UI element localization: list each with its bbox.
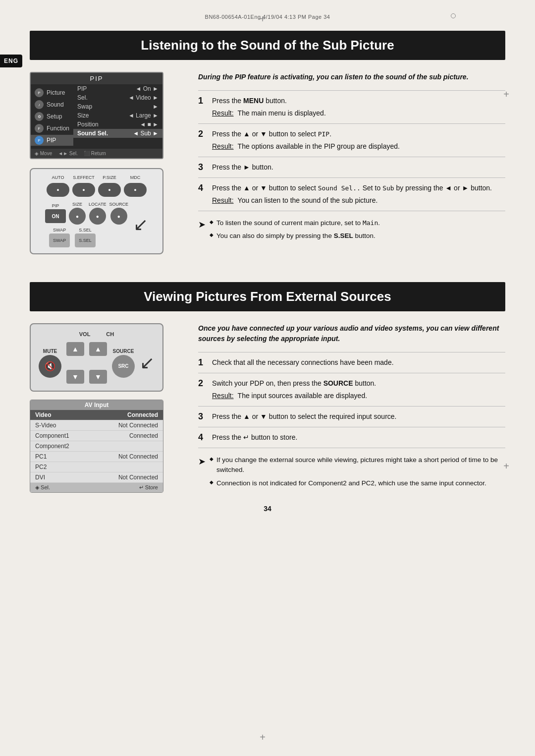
section1-notes-list: To listen the sound of current main pict… <box>210 218 380 244</box>
av-row-video: Video Connected <box>30 410 163 420</box>
step-4-row: 4 Press the ▲ or ▼ button to select Soun… <box>198 178 505 211</box>
psize-btn[interactable]: ● <box>98 183 121 197</box>
pip-icon-picture-label: Picture <box>47 89 65 96</box>
av-row-dvi: DVI Not Connected <box>30 472 163 483</box>
av-row-svideo: S-Video Not Connected <box>30 420 163 431</box>
s2-step-1-num: 1 <box>198 352 212 373</box>
av-dvi-value: Not Connected <box>118 474 158 481</box>
mute-label: MUTE <box>43 349 57 354</box>
ch-spacer <box>89 358 107 368</box>
label-psize: P.SIZE <box>98 175 121 180</box>
remote-mid-left: PIP ON SIZE ● LOCATE ● <box>45 202 128 247</box>
source-btn-r2[interactable]: SRC <box>112 355 135 378</box>
av-pc1-label: PC1 <box>35 453 47 460</box>
step-4-result-text: You can listen to the sound of the sub p… <box>238 195 378 206</box>
pip-menu-items: PIP◄ On ► Sel.◄ Video ► Swap► Size◄ Larg… <box>73 84 162 149</box>
page-container: BN68-00654A-01Eng 4/19/04 4:13 PM Page 3… <box>0 0 535 756</box>
step-1-num: 1 <box>198 91 212 124</box>
s2-note-1-item: If you change the external source while … <box>210 455 505 475</box>
remote2-top-labels: VOL CH <box>40 331 154 337</box>
locate-btn[interactable]: ● <box>89 208 106 225</box>
reg-mark-right <box>501 89 511 99</box>
av-comp1-label: Component1 <box>35 432 69 439</box>
ssel-group: S.SEL S.SEL <box>75 228 96 247</box>
ssel-btn[interactable]: S.SEL <box>75 233 96 247</box>
seffect-btn[interactable]: ● <box>72 183 95 197</box>
section1-title: Listening to the Sound of the Sub Pictur… <box>30 31 505 60</box>
av-comp1-value: Connected <box>129 432 158 439</box>
step-3-row: 3 Press the ► button. <box>198 157 505 178</box>
source-btn-r1[interactable]: ● <box>110 208 127 225</box>
s2-step-2-result-text: The input sources available are displaye… <box>238 391 368 401</box>
mute-btn[interactable]: 🔇 <box>39 355 61 378</box>
step-2-result-text: The options available in the PIP group a… <box>238 141 400 152</box>
vol-up-btn[interactable]: ▲ <box>66 342 84 356</box>
step-2-content: Press the ▲ or ▼ button to select PIP. R… <box>212 124 505 157</box>
av-svideo-value: Not Connected <box>118 422 158 429</box>
pip-item-size: Size◄ Large ► <box>73 111 162 120</box>
size-btn[interactable]: ● <box>69 208 86 225</box>
remote2-main-row: MUTE 🔇 ▲ ▼ ▲ ▼ <box>40 342 154 384</box>
av-footer-sel: ◈ Sel. <box>35 484 50 491</box>
step-1-row: 1 Press the MENU button. Result: The mai… <box>198 91 505 124</box>
section2-notes-list: If you change the external source while … <box>210 455 505 491</box>
step-2-result-label: Result: <box>212 141 234 152</box>
s2-step-3-content: Press the ▲ or ▼ button to select the re… <box>212 407 505 427</box>
ssel-label: S.SEL <box>79 228 92 233</box>
remote-top-btns-row: ● ● ● ● <box>37 183 157 197</box>
s2-step-1-row: 1 Check that all the necessary connectio… <box>198 352 505 373</box>
vol-down-btn[interactable]: ▼ <box>66 370 84 384</box>
section1-content: PIP P Picture ♪ Sound ⚙ <box>30 72 505 257</box>
s2-step-2-content: Switch your PDP on, then press the SOURC… <box>212 373 505 407</box>
av-svideo-label: S-Video <box>35 422 56 429</box>
pip-item-position: Position◄ ■ ► <box>73 120 162 129</box>
reg-mark-bottom <box>258 732 268 742</box>
mdc-btn[interactable]: ● <box>124 183 147 197</box>
av-video-label: Video <box>35 411 51 418</box>
locate-label: LOCATE <box>89 202 106 207</box>
pip-menu-screenshot: PIP P Picture ♪ Sound ⚙ <box>30 72 163 159</box>
auto-btn[interactable]: ● <box>47 183 69 197</box>
note-2-item: You can also do simply by pressing the S… <box>210 231 380 241</box>
s2-step-2-result-label: Result: <box>212 391 234 401</box>
av-video-value: Connected <box>127 411 158 418</box>
swap-btn[interactable]: SWAP <box>49 233 70 247</box>
s2-step-4-content: Press the ↵ button to store. <box>212 427 505 448</box>
pip-icon-sound-label: Sound <box>47 101 64 108</box>
av-pc2-label: PC2 <box>35 464 47 470</box>
av-row-pc1: PC1 Not Connected <box>30 452 163 462</box>
pip-item-pip: PIP◄ On ► <box>73 84 162 93</box>
vol-group: ▲ ▼ <box>66 342 84 384</box>
av-row-component1: Component1 Connected <box>30 431 163 441</box>
pip-icon-picture: P Picture <box>31 87 73 98</box>
notes-arrow-icon: ➤ <box>198 219 206 230</box>
swap-group: SWAP SWAP <box>49 228 70 247</box>
sound-icon: ♪ <box>35 100 44 109</box>
s2-step-2-row: 2 Switch your PDP on, then press the SOU… <box>198 373 505 407</box>
step-1-result-text: The main menu is displayed. <box>238 108 326 118</box>
ch-up-btn[interactable]: ▲ <box>89 342 107 356</box>
size-label: SIZE <box>72 202 82 207</box>
pip-icon: P <box>35 136 44 145</box>
pip-menu-footer: ◈ Move◄► Sel.⬛ Return <box>31 149 162 158</box>
s2-step-2-num: 2 <box>198 373 212 407</box>
av-input-footer: ◈ Sel. ↵ Store <box>30 483 163 492</box>
picture-icon: P <box>35 88 44 97</box>
cursor-arrow-icon: ↙ <box>133 214 148 234</box>
step-2-num: 2 <box>198 124 212 157</box>
pip-on-btn[interactable]: ON <box>45 209 66 223</box>
s2-step-4-num: 4 <box>198 427 212 448</box>
ch-group: ▲ ▼ <box>89 342 107 384</box>
av-dvi-label: DVI <box>35 474 45 481</box>
cursor-arrow2-icon: ↙ <box>140 352 155 373</box>
source-label-r1: SOURCE <box>109 202 128 207</box>
step-4-result-label: Result: <box>212 195 234 206</box>
section-divider <box>0 257 535 273</box>
pip-item-sel: Sel.◄ Video ► <box>73 93 162 102</box>
s2-note-2-item: Connection is not indicated for Componen… <box>210 478 505 488</box>
s2-step-3-row: 3 Press the ▲ or ▼ button to select the … <box>198 407 505 427</box>
ch-down-btn[interactable]: ▼ <box>89 370 107 384</box>
source-group: SOURCE ● <box>109 202 128 225</box>
mute-group: MUTE 🔇 <box>39 349 61 378</box>
pip-group: PIP ON <box>45 203 66 223</box>
